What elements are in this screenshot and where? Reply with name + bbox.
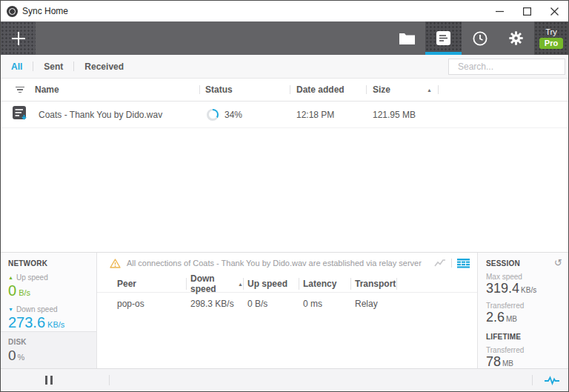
- status-column-label: Status: [205, 84, 233, 95]
- file-list-icon: [436, 31, 450, 45]
- maximize-button[interactable]: [513, 1, 541, 21]
- toolbar-spacer: [36, 21, 389, 55]
- session-transferred-number: 2.6: [486, 310, 505, 325]
- activity-pulse-button[interactable]: [545, 375, 559, 385]
- file-size: 121.95 MB: [373, 110, 416, 120]
- session-panel: ↺ SESSION Max speed 319.4KB/s Transferre…: [477, 253, 568, 368]
- clock-icon: [473, 31, 488, 46]
- peer-row[interactable]: pop-os 298.3 KB/s 0 B/s 0 ms Relay: [97, 293, 477, 315]
- settings-button[interactable]: [498, 21, 534, 55]
- max-speed-unit: KB/s: [521, 286, 536, 294]
- pause-icon: [45, 376, 47, 385]
- file-status-cell: 34%: [199, 109, 290, 121]
- file-date-added: 12:18 PM: [296, 110, 334, 120]
- size-column-label: Size: [373, 84, 390, 95]
- folder-icon: [399, 32, 415, 44]
- filter-icon[interactable]: [16, 87, 24, 93]
- lifetime-transferred-unit: MB: [502, 359, 513, 368]
- up-speed-label-row: ▲ Up speed: [8, 273, 89, 282]
- session-transferred-label: Transferred: [486, 302, 562, 310]
- file-date-cell: 12:18 PM: [290, 102, 366, 127]
- warning-icon: [110, 259, 121, 268]
- search-input[interactable]: [458, 62, 569, 72]
- progress-ring: [207, 109, 219, 121]
- date-added-column-header[interactable]: Date added: [290, 79, 366, 101]
- pause-icon: [50, 376, 53, 385]
- main-toolbar: Try Pro: [1, 21, 568, 55]
- search-box[interactable]: [448, 59, 565, 75]
- minimize-button[interactable]: [486, 1, 513, 21]
- peer-view-toggles: [434, 259, 470, 268]
- peer-down-speed: 298.3 KB/s: [186, 299, 243, 309]
- lifetime-transferred-number: 78: [486, 354, 501, 369]
- window-controls: [486, 1, 568, 21]
- max-speed-label: Max speed: [486, 273, 562, 281]
- up-speed-label: Up speed: [16, 273, 48, 282]
- relay-warning-text: All connections of Coats - Thank You by …: [127, 259, 422, 268]
- up-speed-value: 0B/s: [8, 282, 89, 299]
- statusbar-separator: [109, 375, 110, 385]
- peer-latency: 0 ms: [299, 299, 350, 309]
- disk-number: 0: [8, 348, 16, 363]
- file-row[interactable]: Coats - Thank You by Dido.wav 34% 12:18 …: [1, 102, 568, 128]
- tab-all[interactable]: All: [1, 62, 33, 72]
- plus-icon: [10, 30, 27, 47]
- disk-title: DISK: [8, 338, 89, 346]
- statusbar-separator: [532, 375, 533, 385]
- peer-up-column-header[interactable]: Up speed: [243, 273, 299, 294]
- try-label: Try: [545, 27, 556, 36]
- lifetime-transferred-value: 78MB: [486, 354, 562, 370]
- app-logo-icon: [7, 6, 18, 17]
- pause-all-button[interactable]: [45, 376, 53, 385]
- history-view-button[interactable]: [462, 21, 498, 55]
- down-triangle-icon: ▼: [8, 307, 13, 312]
- relay-warning-row: All connections of Coats - Thank You by …: [97, 253, 477, 273]
- graph-view-icon[interactable]: [434, 259, 446, 268]
- size-column-header[interactable]: Size ▲: [366, 79, 438, 101]
- minimize-icon: [496, 7, 504, 16]
- tab-sent[interactable]: Sent: [33, 62, 73, 72]
- peer-down-column-header[interactable]: Down speed ▲: [186, 273, 243, 294]
- peers-table-header: Peer Down speed ▲ Up speed Latency Trans…: [97, 273, 477, 293]
- status-column-header[interactable]: Status: [199, 79, 290, 101]
- close-button[interactable]: [541, 1, 568, 21]
- try-pro-button[interactable]: Try Pro: [534, 21, 568, 55]
- audio-file-icon: [13, 106, 28, 124]
- name-column-header[interactable]: Name: [1, 79, 199, 101]
- date-column-label: Date added: [296, 84, 345, 95]
- name-column-label: Name: [35, 84, 59, 95]
- session-transferred-value: 2.6MB: [486, 310, 562, 325]
- shared-files-view-button[interactable]: [425, 21, 462, 55]
- peer-empty-column-header: [396, 273, 477, 294]
- network-panel: NETWORK ▲ Up speed 0B/s ▼ Down speed 273…: [1, 253, 97, 368]
- down-speed-number: 273.6: [8, 314, 45, 330]
- status-bar: [1, 368, 568, 391]
- window-title: Sync Home: [22, 6, 68, 16]
- peer-transport: Relay: [350, 299, 396, 309]
- toggle-separator: [451, 259, 452, 268]
- session-title: SESSION: [486, 259, 562, 268]
- disk-unit: %: [18, 353, 25, 362]
- statistics-panel: NETWORK ▲ Up speed 0B/s ▼ Down speed 273…: [1, 252, 568, 368]
- sort-asc-icon: ▲: [427, 87, 432, 93]
- close-icon: [550, 7, 559, 16]
- peer-column-header[interactable]: Peer: [97, 273, 186, 294]
- pulse-icon: [545, 375, 559, 385]
- add-folder-button[interactable]: [1, 21, 36, 55]
- peer-transport-column-header[interactable]: Transport: [350, 273, 396, 294]
- down-speed-value: 273.6KB/s: [8, 314, 89, 331]
- file-name-cell: Coats - Thank You by Dido.wav: [1, 102, 199, 127]
- lifetime-title: LIFETIME: [486, 333, 562, 341]
- peer-latency-column-header[interactable]: Latency: [299, 273, 350, 294]
- peer-sort-asc-icon: ▲: [238, 282, 243, 287]
- tab-received[interactable]: Received: [74, 62, 134, 72]
- lifetime-transferred-label: Transferred: [486, 346, 562, 354]
- max-speed-number: 319.4: [486, 281, 519, 296]
- network-title: NETWORK: [8, 259, 89, 268]
- pro-badge: Pro: [539, 38, 563, 49]
- down-speed-label-row: ▼ Down speed: [8, 305, 89, 313]
- table-view-icon[interactable]: [457, 259, 470, 268]
- reset-stats-icon[interactable]: ↺: [554, 257, 562, 268]
- disk-panel: DISK 0%: [1, 331, 96, 372]
- folders-view-button[interactable]: [389, 21, 425, 55]
